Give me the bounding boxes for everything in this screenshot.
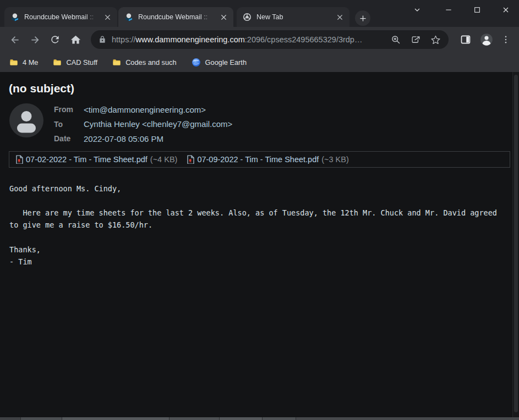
folder-icon bbox=[9, 58, 18, 67]
minimize-button[interactable] bbox=[443, 4, 454, 15]
profile-avatar-icon bbox=[479, 32, 494, 47]
chrome-favicon bbox=[243, 13, 252, 21]
address-bar[interactable]: https://www.dammonengineering.com:2096/c… bbox=[91, 30, 449, 49]
attachment-link-2[interactable]: 07-09-2022 - Tim - Time Sheet.pdf(~3 KB) bbox=[187, 155, 348, 164]
bookmark-label: Codes and such bbox=[125, 58, 176, 67]
browser-window: Roundcube Webmail :: Roundcube Webmail :… bbox=[0, 0, 519, 420]
maximize-icon bbox=[473, 5, 482, 14]
attachment-link-1[interactable]: 07-02-2022 - Tim - Time Sheet.pdf(~4 KB) bbox=[15, 155, 177, 164]
tab-roundcube-webmail-1[interactable]: Roundcube Webmail :: bbox=[4, 7, 117, 27]
bookmarks-bar: 4 Me CAD Stuff Codes and such Google Ear… bbox=[0, 52, 519, 72]
tab-new-tab[interactable]: New Tab bbox=[237, 7, 349, 27]
share-icon bbox=[411, 35, 421, 45]
roundcube-favicon bbox=[10, 13, 19, 21]
window-close-button[interactable] bbox=[500, 4, 511, 15]
folder-icon bbox=[112, 58, 121, 67]
home-button[interactable] bbox=[69, 34, 81, 46]
taskbar-segment bbox=[219, 417, 262, 420]
tab-title: New Tab bbox=[256, 13, 332, 21]
taskbar-segment bbox=[296, 417, 519, 420]
message-body: Good afternoon Ms. Cindy, Here are my ti… bbox=[9, 183, 519, 268]
home-icon bbox=[70, 34, 81, 46]
roundcube-favicon bbox=[124, 13, 133, 21]
taskbar-segment bbox=[62, 417, 169, 420]
minimize-icon bbox=[444, 5, 453, 14]
attachment-size: (~3 KB) bbox=[321, 155, 349, 164]
url-domain: www.dammonengineering.com bbox=[136, 35, 245, 44]
tab-roundcube-webmail-2[interactable]: Roundcube Webmail :: bbox=[118, 7, 233, 27]
header-row-from: From <tim@dammonengineering.com> bbox=[54, 102, 232, 117]
browser-toolbar: https://www.dammonengineering.com:2096/c… bbox=[0, 27, 519, 52]
taskbar-segment bbox=[20, 417, 62, 420]
back-icon bbox=[9, 34, 21, 46]
url-text: https://www.dammonengineering.com:2096/c… bbox=[112, 35, 381, 44]
tab-strip: Roundcube Webmail :: Roundcube Webmail :… bbox=[0, 0, 519, 27]
scrollbar-thumb[interactable] bbox=[514, 75, 518, 412]
bookmark-folder-4me[interactable]: 4 Me bbox=[9, 58, 38, 67]
lock-icon bbox=[99, 36, 106, 43]
maximize-button[interactable] bbox=[472, 4, 483, 15]
header-value-date: 2022-07-08 05:06 PM bbox=[84, 134, 163, 143]
tab-search-chevron-icon bbox=[413, 5, 422, 14]
url-path: :2096/cpsess2495665329/3rdp… bbox=[245, 35, 363, 44]
attachments-list: 07-02-2022 - Tim - Time Sheet.pdf(~4 KB)… bbox=[9, 151, 510, 168]
header-row-to: To Cynthia Henley <clhenley7@gmail.com> bbox=[54, 117, 232, 132]
header-label: To bbox=[54, 120, 84, 129]
forward-icon bbox=[29, 34, 41, 46]
new-tab-button[interactable] bbox=[355, 10, 370, 26]
bookmark-folder-codes-and-such[interactable]: Codes and such bbox=[112, 58, 176, 67]
back-button[interactable] bbox=[9, 34, 21, 46]
folder-icon bbox=[53, 58, 62, 67]
windows-taskbar-edge bbox=[0, 417, 519, 420]
header-row-date: Date 2022-07-08 05:06 PM bbox=[54, 131, 232, 146]
taskbar-segment bbox=[0, 417, 20, 420]
tab-search-button[interactable] bbox=[412, 4, 423, 15]
message-headers: From <tim@dammonengineering.com> To Cynt… bbox=[9, 102, 519, 146]
side-panel-icon bbox=[460, 34, 471, 45]
tab-close-icon[interactable] bbox=[219, 13, 228, 22]
bookmark-folder-cad-stuff[interactable]: CAD Stuff bbox=[53, 58, 97, 67]
browser-menu-button[interactable] bbox=[501, 35, 511, 45]
bookmark-label: CAD Stuff bbox=[66, 58, 97, 67]
bookmark-star-icon bbox=[430, 35, 441, 45]
vertical-scrollbar[interactable] bbox=[512, 72, 519, 417]
tab-title: Roundcube Webmail :: bbox=[138, 13, 216, 21]
taskbar-segment bbox=[262, 417, 296, 420]
pdf-file-icon bbox=[187, 155, 194, 164]
forward-button[interactable] bbox=[29, 34, 41, 46]
header-value-from: <tim@dammonengineering.com> bbox=[84, 105, 206, 114]
bookmark-star-button[interactable] bbox=[430, 35, 441, 45]
window-close-icon bbox=[501, 5, 510, 14]
tab-title: Roundcube Webmail :: bbox=[24, 13, 100, 21]
bookmark-label: 4 Me bbox=[23, 58, 38, 67]
tab-close-icon[interactable] bbox=[103, 13, 112, 22]
header-label: From bbox=[54, 105, 84, 114]
url-scheme: https:// bbox=[112, 35, 136, 44]
webmail-message-view: (no subject) From <tim@dammonengineering… bbox=[0, 72, 519, 417]
share-button[interactable] bbox=[411, 35, 421, 45]
contact-avatar-icon bbox=[9, 103, 43, 146]
bookmark-google-earth[interactable]: Google Earth bbox=[192, 58, 247, 67]
new-tab-plus-icon bbox=[359, 14, 367, 23]
reload-icon bbox=[50, 34, 61, 45]
attachment-name: 07-09-2022 - Tim - Time Sheet.pdf bbox=[197, 155, 319, 164]
side-panel-button[interactable] bbox=[460, 34, 471, 45]
reload-button[interactable] bbox=[49, 34, 61, 46]
taskbar-segment bbox=[169, 417, 219, 420]
message-subject: (no subject) bbox=[9, 81, 510, 96]
bookmark-label: Google Earth bbox=[205, 58, 247, 67]
header-label: Date bbox=[54, 134, 84, 143]
header-rows: From <tim@dammonengineering.com> To Cynt… bbox=[54, 102, 232, 146]
google-earth-icon bbox=[192, 58, 201, 67]
menu-dots-icon bbox=[501, 35, 511, 45]
header-value-to: Cynthia Henley <clhenley7@gmail.com> bbox=[84, 119, 232, 129]
zoom-icon bbox=[391, 35, 401, 45]
tab-close-icon[interactable] bbox=[335, 13, 345, 22]
attachment-size: (~4 KB) bbox=[150, 155, 178, 164]
zoom-button[interactable] bbox=[391, 35, 401, 45]
pdf-file-icon bbox=[15, 155, 23, 164]
attachment-name: 07-02-2022 - Tim - Time Sheet.pdf bbox=[26, 155, 147, 164]
profile-button[interactable] bbox=[479, 32, 494, 47]
